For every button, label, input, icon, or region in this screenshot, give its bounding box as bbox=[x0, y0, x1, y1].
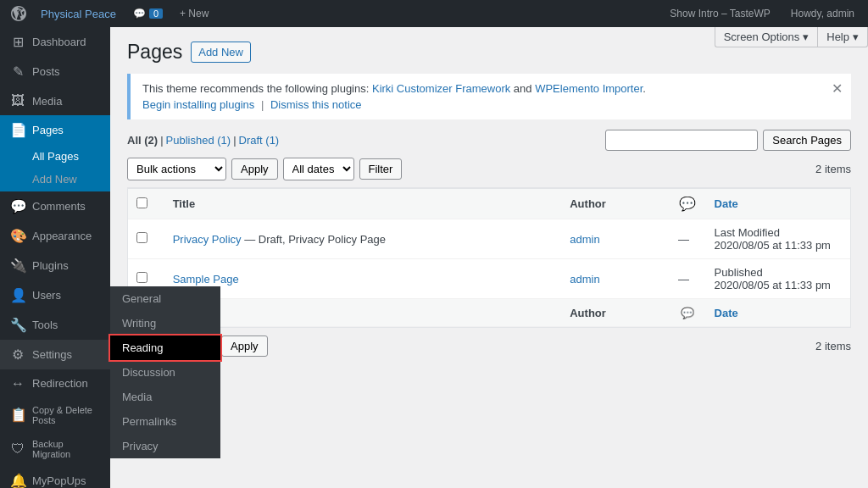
settings-reading[interactable]: Reading bbox=[110, 336, 220, 360]
show-intro-link[interactable]: Show Intro – TasteWP bbox=[663, 8, 777, 19]
screen-options-chevron: ▾ bbox=[803, 30, 809, 43]
th-author-label: Author bbox=[570, 197, 606, 210]
pages-table: Title Author 💬 Date bbox=[128, 188, 850, 327]
dismiss-notice-link[interactable]: Dismiss this notice bbox=[270, 98, 362, 111]
apply-button-bottom[interactable]: Apply bbox=[221, 336, 268, 357]
add-new-button[interactable]: Add New bbox=[191, 42, 251, 63]
table-footer-row: Author 💬 Date bbox=[128, 299, 850, 327]
row2-comments-cell: — bbox=[670, 259, 706, 299]
site-name-text: Physical Peace bbox=[41, 8, 116, 20]
row1-author-link[interactable]: admin bbox=[570, 233, 599, 246]
media-icon: 🖼 bbox=[10, 93, 25, 108]
comments-link[interactable]: 💬 0 bbox=[126, 0, 170, 27]
apply-bottom-label: Apply bbox=[231, 340, 259, 352]
sidebar-item-pages[interactable]: 📄 Pages bbox=[0, 115, 110, 145]
table-row: Privacy Policy — Draft, Privacy Policy P… bbox=[128, 219, 850, 259]
sidebar-item-settings[interactable]: ⚙ Settings bbox=[0, 340, 110, 369]
th-author[interactable]: Author bbox=[561, 189, 670, 219]
tfoot-comments: 💬 bbox=[670, 299, 706, 327]
sidebar-item-mypopups[interactable]: 🔔 MyPopUps bbox=[0, 466, 110, 488]
row1-checkbox-cell bbox=[128, 219, 164, 259]
plugin1-link[interactable]: Kirki Customizer Framework bbox=[372, 82, 510, 95]
settings-permalinks[interactable]: Permalinks bbox=[110, 409, 220, 434]
sidebar-item-posts[interactable]: ✎ Posts bbox=[0, 57, 110, 86]
wp-logo[interactable] bbox=[7, 0, 31, 27]
sidebar-item-appearance[interactable]: 🎨 Appearance bbox=[0, 221, 110, 251]
help-button[interactable]: Help ▾ bbox=[817, 27, 868, 47]
users-icon: 👤 bbox=[10, 287, 25, 303]
search-btn-label: Search Pages bbox=[772, 134, 842, 147]
settings-general[interactable]: General bbox=[110, 286, 220, 311]
sidebar-item-comments[interactable]: 💬 Comments bbox=[0, 191, 110, 221]
sidebar-item-plugins[interactable]: 🔌 Plugins bbox=[0, 251, 110, 280]
bulk-bar-top: Bulk actions Edit Move to Trash Apply Al… bbox=[127, 158, 851, 180]
filter-draft[interactable]: Draft (1) bbox=[239, 134, 280, 147]
apply-button[interactable]: Apply bbox=[231, 158, 278, 180]
sidebar-label-users: Users bbox=[32, 289, 61, 302]
date-filter-select[interactable]: All dates bbox=[283, 158, 354, 180]
bulk-actions-select[interactable]: Bulk actions Edit Move to Trash bbox=[127, 158, 226, 180]
filter-all[interactable]: All (2) bbox=[127, 134, 158, 147]
sidebar-item-media[interactable]: 🖼 Media bbox=[0, 86, 110, 115]
sample-page-link[interactable]: Sample Page bbox=[173, 273, 239, 286]
sidebar-sub-all-pages[interactable]: All Pages bbox=[0, 145, 110, 168]
new-item-link[interactable]: + New bbox=[173, 0, 215, 27]
sidebar: ⊞ Dashboard ✎ Posts 🖼 Media 📄 Pages All … bbox=[0, 27, 110, 488]
copy-icon: 📋 bbox=[10, 407, 25, 423]
plugin-notice: This theme recommends the following plug… bbox=[127, 74, 851, 119]
select-all-checkbox[interactable] bbox=[136, 197, 147, 208]
sidebar-sub-add-new[interactable]: Add New bbox=[0, 168, 110, 191]
sidebar-item-dashboard[interactable]: ⊞ Dashboard bbox=[0, 27, 110, 57]
row1-comments-value: — bbox=[678, 233, 689, 246]
sidebar-label-redirection: Redirection bbox=[32, 377, 88, 390]
dashboard-icon: ⊞ bbox=[10, 34, 25, 50]
row2-date-cell: Published 2020/08/05 at 11:33 pm bbox=[706, 259, 850, 299]
th-title[interactable]: Title bbox=[164, 189, 562, 219]
privacy-policy-link[interactable]: Privacy Policy bbox=[173, 233, 242, 246]
filter-published[interactable]: Published (1) bbox=[166, 134, 231, 147]
filter-button[interactable]: Filter bbox=[359, 158, 403, 180]
filter-bar: All (2) | Published (1) | Draft (1) Sear… bbox=[127, 130, 851, 151]
search-pages-button[interactable]: Search Pages bbox=[763, 130, 851, 151]
plugins-icon: 🔌 bbox=[10, 258, 25, 274]
tfoot-author: Author bbox=[561, 299, 670, 327]
th-comments[interactable]: 💬 bbox=[670, 189, 706, 219]
row2-checkbox[interactable] bbox=[136, 272, 147, 283]
row2-author-link[interactable]: admin bbox=[570, 273, 599, 286]
settings-privacy[interactable]: Privacy bbox=[110, 434, 220, 458]
row1-date-cell: Last Modified 2020/08/05 at 11:33 pm bbox=[706, 219, 850, 259]
settings-discussion[interactable]: Discussion bbox=[110, 360, 220, 385]
search-area: Search Pages bbox=[605, 130, 851, 151]
items-count-top: 2 items bbox=[815, 163, 851, 175]
row2-date-value: 2020/08/05 at 11:33 pm bbox=[715, 279, 842, 291]
sidebar-item-backup[interactable]: 🛡 Backup Migration bbox=[0, 432, 110, 466]
appearance-icon: 🎨 bbox=[10, 228, 25, 244]
mypopups-icon: 🔔 bbox=[10, 473, 25, 488]
sidebar-item-tools[interactable]: 🔧 Tools bbox=[0, 310, 110, 340]
search-input[interactable] bbox=[605, 130, 758, 151]
plugin2-link[interactable]: WPElemento Importer bbox=[535, 82, 643, 95]
tfoot-date-label: Date bbox=[715, 307, 738, 319]
sidebar-item-redirection[interactable]: ↔ Redirection bbox=[0, 369, 110, 398]
backup-icon: 🛡 bbox=[10, 441, 25, 457]
sidebar-label-mypopups: MyPopUps bbox=[32, 474, 86, 487]
install-plugins-link[interactable]: Begin installing plugins bbox=[142, 98, 254, 111]
sidebar-label-plugins: Plugins bbox=[32, 259, 69, 272]
settings-media[interactable]: Media bbox=[110, 385, 220, 409]
row1-checkbox[interactable] bbox=[136, 232, 147, 243]
notice-dismiss-x[interactable]: ✕ bbox=[832, 80, 843, 97]
sidebar-label-pages: Pages bbox=[32, 124, 64, 136]
row1-date-info: Last Modified 2020/08/05 at 11:33 pm bbox=[715, 226, 842, 252]
sidebar-label-dashboard: Dashboard bbox=[32, 36, 86, 48]
howdy-link[interactable]: Howdy, admin bbox=[784, 8, 861, 19]
comments-icon: 💬 bbox=[10, 198, 25, 214]
main-content: Pages Add New This theme recommends the … bbox=[110, 27, 868, 488]
tools-icon: 🔧 bbox=[10, 317, 25, 333]
sidebar-item-users[interactable]: 👤 Users bbox=[0, 280, 110, 310]
sidebar-item-copy-delete[interactable]: 📋 Copy & Delete Posts bbox=[0, 398, 110, 432]
site-name-link[interactable]: Physical Peace bbox=[34, 0, 123, 27]
screen-options-button[interactable]: Screen Options ▾ bbox=[715, 27, 818, 47]
settings-writing[interactable]: Writing bbox=[110, 311, 220, 336]
th-date[interactable]: Date bbox=[706, 189, 850, 219]
sidebar-label-comments: Comments bbox=[32, 200, 86, 213]
